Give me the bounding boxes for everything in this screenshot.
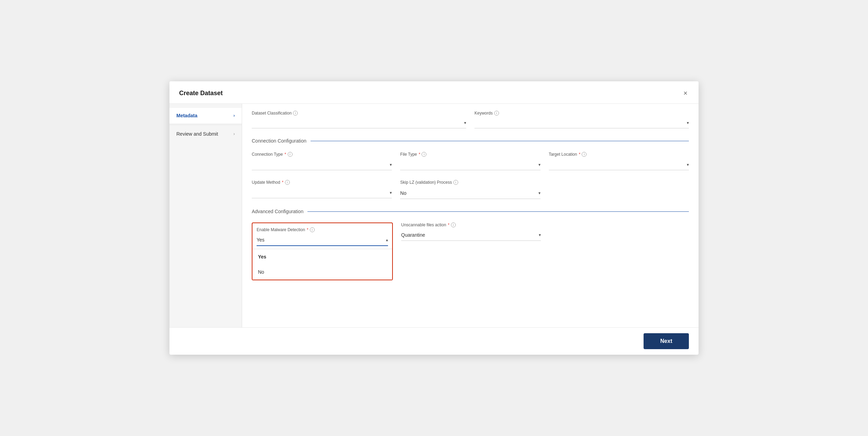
connection-row-2: Update Method * i ▾ Skip LZ (validation)… bbox=[252, 180, 689, 199]
chevron-down-icon-2: ▾ bbox=[687, 120, 689, 125]
connection-type-field: Connection Type * i ▾ bbox=[252, 152, 392, 170]
dataset-classification-info-icon[interactable]: i bbox=[293, 111, 298, 116]
next-button[interactable]: Next bbox=[644, 333, 689, 349]
enable-malware-label: Enable Malware Detection * i bbox=[257, 227, 388, 232]
empty-field bbox=[549, 180, 689, 199]
unscannable-value: Quarantine bbox=[401, 232, 425, 238]
sidebar-item-review-label: Review and Submit bbox=[176, 131, 218, 137]
enable-malware-value: Yes bbox=[257, 237, 265, 243]
chevron-down-icon-7: ▾ bbox=[538, 191, 541, 196]
update-method-label: Update Method * i bbox=[252, 180, 392, 185]
update-method-field: Update Method * i ▾ bbox=[252, 180, 392, 199]
section-line-2 bbox=[307, 211, 689, 212]
sidebar-divider bbox=[169, 125, 242, 125]
advanced-config-label: Advanced Configuration bbox=[252, 209, 303, 214]
target-location-field: Target Location * i ▾ bbox=[549, 152, 689, 170]
sidebar-item-metadata-label: Metadata bbox=[176, 113, 197, 118]
required-star: * bbox=[285, 152, 286, 157]
file-type-label: File Type * i bbox=[400, 152, 540, 157]
advanced-config-section: Advanced Configuration Enable Malware De… bbox=[252, 209, 689, 280]
main-content: Dataset Classification i ▾ Keywords i bbox=[242, 104, 699, 327]
skip-lz-value: No bbox=[400, 190, 406, 196]
skip-lz-dropdown[interactable]: No ▾ bbox=[400, 188, 540, 199]
dataset-classification-field: Dataset Classification i ▾ bbox=[252, 111, 466, 128]
connection-row-1: Connection Type * i ▾ File Type * i bbox=[252, 152, 689, 170]
sidebar-item-review[interactable]: Review and Submit › bbox=[169, 126, 242, 142]
file-type-field: File Type * i ▾ bbox=[400, 152, 540, 170]
chevron-down-icon: ▾ bbox=[464, 120, 466, 125]
enable-malware-options: Yes No bbox=[252, 249, 392, 280]
unscannable-field: Unscannable files action * i Quarantine … bbox=[401, 222, 541, 241]
chevron-down-icon-8: ▾ bbox=[539, 233, 541, 237]
chevron-right-icon: › bbox=[233, 113, 235, 118]
connection-type-dropdown[interactable]: ▾ bbox=[252, 160, 392, 170]
file-type-info-icon[interactable]: i bbox=[422, 152, 426, 157]
top-fields-row: Dataset Classification i ▾ Keywords i bbox=[252, 109, 689, 128]
skip-lz-label: Skip LZ (validation) Process i bbox=[400, 180, 540, 185]
keywords-field: Keywords i ▾ bbox=[474, 111, 689, 128]
close-button[interactable]: × bbox=[682, 88, 689, 98]
connection-config-label: Connection Configuration bbox=[252, 138, 306, 144]
chevron-up-icon: ▴ bbox=[386, 237, 388, 242]
required-star-3: * bbox=[579, 152, 581, 157]
enable-malware-wrapper: Enable Malware Detection * i Yes ▴ Yes bbox=[252, 222, 393, 280]
chevron-down-icon-6: ▾ bbox=[390, 190, 392, 195]
skip-lz-field: Skip LZ (validation) Process i No ▾ bbox=[400, 180, 540, 199]
modal-body: Metadata › Review and Submit › Dataset C… bbox=[169, 104, 699, 327]
required-star-2: * bbox=[419, 152, 421, 157]
chevron-right-icon-2: › bbox=[233, 131, 235, 136]
chevron-down-icon-5: ▾ bbox=[687, 162, 689, 167]
option-yes[interactable]: Yes bbox=[252, 249, 392, 264]
chevron-down-icon-4: ▾ bbox=[538, 162, 541, 167]
update-method-info-icon[interactable]: i bbox=[285, 180, 290, 185]
unscannable-dropdown[interactable]: Quarantine ▾ bbox=[401, 229, 541, 241]
keywords-dropdown[interactable]: ▾ bbox=[474, 118, 689, 128]
unscannable-info-icon[interactable]: i bbox=[451, 222, 456, 227]
keywords-info-icon[interactable]: i bbox=[494, 111, 499, 116]
required-star-4: * bbox=[282, 180, 284, 185]
modal-footer: Next bbox=[169, 327, 699, 355]
keywords-label: Keywords i bbox=[474, 111, 689, 116]
connection-type-label: Connection Type * i bbox=[252, 152, 392, 157]
update-method-dropdown[interactable]: ▾ bbox=[252, 188, 392, 198]
create-dataset-modal: Create Dataset × Metadata › Review and S… bbox=[169, 81, 699, 355]
required-star-6: * bbox=[448, 222, 450, 227]
section-line bbox=[311, 141, 689, 141]
advanced-config-heading: Advanced Configuration bbox=[252, 209, 689, 214]
file-type-dropdown[interactable]: ▾ bbox=[400, 160, 540, 170]
target-location-info-icon[interactable]: i bbox=[582, 152, 587, 157]
chevron-down-icon-3: ▾ bbox=[390, 162, 392, 167]
target-location-dropdown[interactable]: ▾ bbox=[549, 160, 689, 170]
option-no[interactable]: No bbox=[252, 264, 392, 280]
enable-malware-info-icon[interactable]: i bbox=[310, 227, 315, 232]
dataset-classification-label: Dataset Classification i bbox=[252, 111, 466, 116]
target-location-label: Target Location * i bbox=[549, 152, 689, 157]
skip-lz-info-icon[interactable]: i bbox=[453, 180, 458, 185]
modal-title: Create Dataset bbox=[179, 90, 223, 97]
advanced-fields-row: Enable Malware Detection * i Yes ▴ Yes bbox=[252, 222, 689, 280]
enable-malware-dropdown[interactable]: Yes ▴ bbox=[257, 234, 388, 246]
connection-config-heading: Connection Configuration bbox=[252, 138, 689, 144]
connection-type-info-icon[interactable]: i bbox=[288, 152, 293, 157]
sidebar-item-metadata[interactable]: Metadata › bbox=[169, 108, 242, 123]
modal-header: Create Dataset × bbox=[169, 81, 699, 104]
dataset-classification-dropdown[interactable]: ▾ bbox=[252, 118, 466, 128]
enable-malware-inner: Enable Malware Detection * i Yes ▴ bbox=[252, 223, 392, 246]
unscannable-label: Unscannable files action * i bbox=[401, 222, 541, 227]
sidebar: Metadata › Review and Submit › bbox=[169, 104, 242, 327]
required-star-5: * bbox=[307, 227, 308, 232]
